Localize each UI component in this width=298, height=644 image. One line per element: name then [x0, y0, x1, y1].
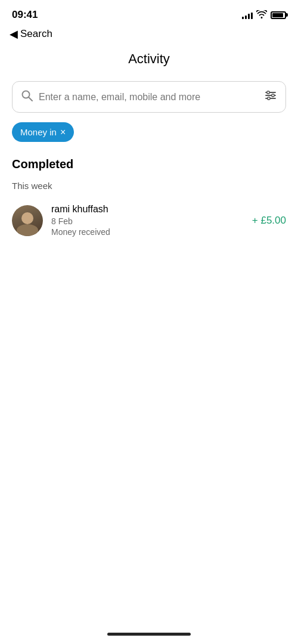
transaction-name: rami khuffash — [51, 204, 244, 215]
filter-chip-label: Money in — [20, 127, 57, 137]
search-icon — [21, 89, 33, 104]
battery-icon — [271, 11, 286, 19]
status-bar: 09:41 — [0, 0, 298, 26]
svg-point-6 — [272, 94, 274, 97]
transaction-type: Money received — [51, 227, 244, 237]
transaction-amount: + £5.00 — [252, 215, 286, 227]
filter-chip-money-in[interactable]: Money in × — [12, 122, 74, 142]
svg-line-1 — [29, 97, 32, 101]
back-arrow-icon: ◀ — [10, 27, 18, 41]
search-input[interactable] — [39, 92, 259, 103]
search-bar[interactable] — [12, 81, 286, 113]
page-header: Activity — [0, 45, 298, 76]
page-title: Activity — [128, 51, 170, 67]
transaction-details: rami khuffash 8 Feb Money received — [51, 204, 244, 237]
transaction-item[interactable]: rami khuffash 8 Feb Money received + £5.… — [0, 198, 298, 243]
filter-chips: Money in × — [0, 122, 298, 151]
wifi-icon — [256, 10, 267, 20]
filter-icon[interactable] — [264, 89, 277, 105]
status-time: 09:41 — [12, 9, 38, 21]
completed-section-title: Completed — [0, 151, 298, 181]
svg-point-5 — [267, 91, 269, 94]
back-label[interactable]: Search — [20, 28, 52, 40]
status-icons — [242, 10, 286, 20]
avatar — [12, 205, 43, 236]
transaction-date: 8 Feb — [51, 216, 244, 226]
signal-bars-icon — [242, 11, 253, 19]
this-week-label: This week — [0, 181, 298, 198]
home-indicator — [107, 633, 191, 636]
svg-point-7 — [268, 97, 270, 100]
filter-chip-remove[interactable]: × — [60, 128, 66, 137]
back-nav[interactable]: ◀ Search — [0, 26, 298, 45]
